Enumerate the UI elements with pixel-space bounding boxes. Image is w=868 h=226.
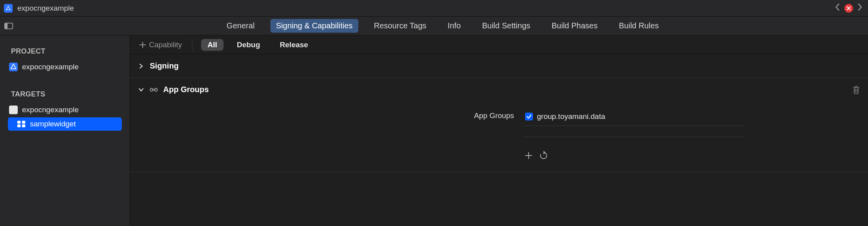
- tab-info[interactable]: Info: [442, 19, 466, 33]
- add-capability-label: Capability: [149, 41, 182, 49]
- tab-signing-capabilities[interactable]: Signing & Capabilities: [270, 19, 358, 33]
- app-group-value: group.toyamani.data: [537, 112, 605, 121]
- chevron-down-icon: [138, 87, 144, 93]
- error-badge-icon[interactable]: [844, 4, 853, 13]
- section-title: App Groups: [163, 85, 209, 94]
- sidebar-toggle-icon[interactable]: [0, 17, 17, 35]
- svg-rect-4: [5, 23, 7, 29]
- sidebar-target-item[interactable]: samplewidget: [8, 117, 122, 131]
- main: PROJECT expocngexample TARGETS expocngex…: [0, 35, 868, 226]
- add-group-button[interactable]: [524, 151, 533, 160]
- tab-general[interactable]: General: [221, 19, 260, 33]
- app-icon: [9, 106, 18, 114]
- project-icon: [9, 63, 18, 71]
- titlebar: expocngexample: [0, 0, 868, 17]
- svg-rect-6: [22, 121, 25, 124]
- add-capability-button[interactable]: Capability: [138, 39, 183, 51]
- svg-rect-5: [17, 121, 20, 124]
- refresh-button[interactable]: [539, 151, 548, 160]
- sidebar-project-header: PROJECT: [0, 47, 130, 59]
- link-icon: [150, 87, 158, 93]
- sidebar-target-label: samplewidget: [30, 120, 76, 128]
- scheme-release[interactable]: Release: [274, 39, 315, 51]
- svg-point-1: [10, 9, 11, 10]
- svg-point-0: [8, 6, 9, 6]
- chevron-right-icon: [138, 63, 144, 69]
- tab-build-settings[interactable]: Build Settings: [477, 19, 536, 33]
- svg-point-2: [6, 9, 7, 10]
- content: Capability All Debug Release Signing App…: [130, 35, 868, 226]
- tab-resource-tags[interactable]: Resource Tags: [369, 19, 432, 33]
- sidebar-project-label: expocngexample: [22, 63, 79, 71]
- section-title: Signing: [150, 61, 179, 70]
- sidebar-project-item[interactable]: expocngexample: [0, 60, 130, 74]
- section-signing[interactable]: Signing: [130, 54, 868, 78]
- scheme-all[interactable]: All: [201, 39, 223, 51]
- tab-build-phases[interactable]: Build Phases: [546, 19, 603, 33]
- editor-tabs: General Signing & Capabilities Resource …: [17, 17, 868, 35]
- project-title: expocngexample: [17, 4, 74, 13]
- delete-capability-button[interactable]: [852, 85, 860, 94]
- section-app-groups[interactable]: App Groups: [130, 78, 868, 99]
- app-groups-field-label: App Groups: [474, 111, 514, 160]
- app-groups-tools: [524, 137, 745, 160]
- checkbox-checked-icon[interactable]: [525, 113, 533, 120]
- widget-icon: [17, 120, 26, 128]
- app-group-row[interactable]: group.toyamani.data: [524, 111, 745, 126]
- scheme-debug[interactable]: Debug: [231, 39, 266, 51]
- filter-bar: Capability All Debug Release: [130, 35, 868, 54]
- nav-back-icon[interactable]: [833, 3, 842, 13]
- app-groups-body: App Groups group.toyamani.data: [130, 99, 868, 172]
- separator: [192, 39, 192, 50]
- nav-forward-icon[interactable]: [855, 3, 864, 13]
- svg-rect-7: [17, 124, 20, 127]
- sidebar-target-item[interactable]: expocngexample: [0, 103, 130, 117]
- sidebar: PROJECT expocngexample TARGETS expocngex…: [0, 35, 130, 226]
- empty-row: [524, 126, 745, 137]
- sidebar-targets-header: TARGETS: [0, 90, 130, 102]
- project-icon: [4, 4, 13, 13]
- tab-build-rules[interactable]: Build Rules: [613, 19, 664, 33]
- svg-rect-8: [22, 124, 25, 127]
- sidebar-target-label: expocngexample: [22, 106, 79, 114]
- editor-tabs-row: General Signing & Capabilities Resource …: [0, 17, 868, 35]
